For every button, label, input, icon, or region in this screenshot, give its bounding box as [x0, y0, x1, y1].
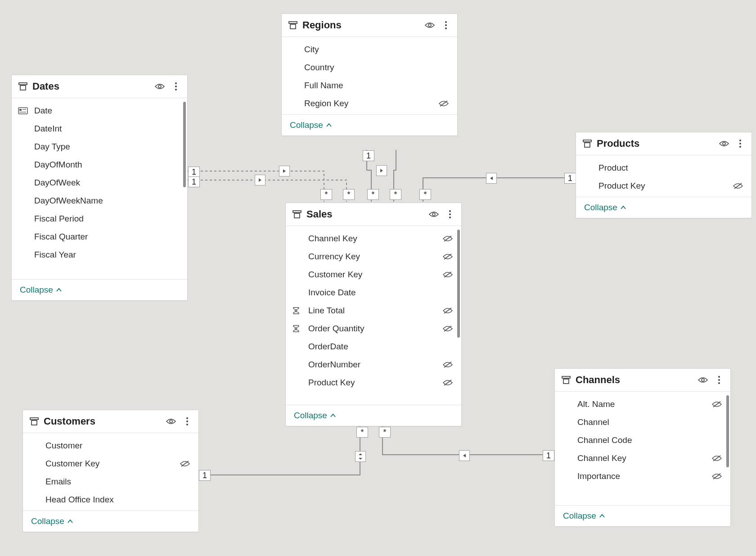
svg-point-3 [445, 21, 447, 23]
table-header[interactable]: Products [576, 132, 752, 155]
table-regions[interactable]: Regions City Country Full Name Region Ke… [281, 14, 458, 136]
field-row[interactable]: DayOfWeek [12, 174, 187, 192]
svg-rect-0 [289, 22, 297, 23]
more-options-icon[interactable] [441, 20, 451, 30]
table-header[interactable]: Dates [12, 75, 187, 98]
table-header[interactable]: Channels [555, 369, 730, 392]
field-row[interactable]: Emails [23, 473, 198, 491]
field-row[interactable]: Alt. Name [555, 395, 730, 413]
more-options-icon[interactable] [735, 139, 745, 149]
more-options-icon[interactable] [182, 416, 192, 426]
more-options-icon[interactable] [171, 81, 181, 91]
visibility-icon[interactable] [166, 416, 176, 426]
collapse-button[interactable]: Collapse [20, 285, 62, 295]
hidden-icon [442, 307, 453, 314]
table-header[interactable]: Customers [23, 410, 198, 433]
field-row[interactable]: Invoice Date [286, 284, 461, 302]
model-canvas[interactable]: 1 * * 1 1 * * 1 * 1 * 1 * Regions City C… [0, 0, 756, 556]
table-header[interactable]: Sales [286, 203, 461, 226]
field-row[interactable]: Region Key [282, 95, 457, 113]
field-row[interactable]: Head Office Index [23, 491, 198, 509]
scrollbar-thumb[interactable] [726, 395, 729, 467]
field-row[interactable]: Day Type [12, 138, 187, 156]
field-row[interactable]: Customer Key [23, 455, 198, 473]
field-row[interactable]: Fiscal Year [12, 246, 187, 264]
cardinality-many: * [379, 427, 391, 438]
table-products[interactable]: Products Product Product Key Collapse [576, 132, 752, 218]
field-row[interactable]: Product Key [286, 374, 461, 392]
table-sales[interactable]: Sales Channel Key Currency Key Customer … [285, 203, 462, 426]
svg-point-26 [432, 213, 435, 216]
field-row[interactable]: Channel Key [555, 449, 730, 467]
card-footer: Collapse [12, 279, 187, 300]
field-row[interactable]: City [282, 41, 457, 59]
hidden-icon [711, 401, 722, 408]
field-row[interactable]: Channel Key [286, 230, 461, 248]
field-row[interactable]: Channel [555, 413, 730, 431]
field-row[interactable]: Date [12, 102, 187, 120]
field-row[interactable]: Country [282, 59, 457, 77]
field-row[interactable]: OrderDate [286, 338, 461, 356]
more-options-icon[interactable] [714, 375, 724, 385]
cardinality-many: * [320, 189, 332, 200]
field-list: Alt. Name Channel Channel Code Channel K… [555, 392, 730, 505]
visibility-icon[interactable] [719, 139, 729, 149]
cardinality-many: * [390, 189, 401, 200]
svg-rect-1 [290, 24, 296, 29]
svg-point-41 [186, 420, 188, 422]
collapse-button[interactable]: Collapse [563, 511, 605, 521]
collapse-button[interactable]: Collapse [294, 411, 336, 420]
table-icon [292, 209, 302, 219]
table-header[interactable]: Regions [282, 14, 457, 37]
field-row[interactable]: Order Quantity [286, 320, 461, 338]
svg-point-47 [718, 376, 720, 378]
hidden-icon [711, 473, 722, 480]
table-channels[interactable]: Channels Alt. Name Channel Channel Code … [554, 368, 731, 527]
visibility-icon[interactable] [425, 20, 435, 30]
collapse-button[interactable]: Collapse [31, 516, 73, 526]
card-footer: Collapse [286, 405, 461, 426]
collapse-button[interactable]: Collapse [584, 203, 626, 212]
field-row[interactable]: Customer [23, 437, 198, 455]
svg-rect-38 [32, 420, 37, 425]
card-footer: Collapse [282, 114, 457, 136]
sigma-icon [292, 307, 305, 315]
sigma-icon [292, 325, 305, 333]
scrollbar-thumb[interactable] [457, 230, 460, 338]
field-row[interactable]: Fiscal Period [12, 210, 187, 228]
visibility-icon[interactable] [698, 375, 708, 385]
field-row[interactable]: DateInt [12, 120, 187, 138]
svg-point-40 [186, 417, 188, 419]
field-row[interactable]: Product [576, 159, 752, 177]
field-row[interactable]: Product Key [576, 177, 752, 195]
cardinality-one: 1 [564, 173, 576, 184]
cardinality-many: * [356, 427, 368, 438]
field-row[interactable]: Customer Key [286, 266, 461, 284]
hidden-icon [442, 271, 453, 278]
collapse-button[interactable]: Collapse [290, 120, 332, 130]
field-row[interactable]: Line Total [286, 302, 461, 320]
field-row[interactable]: Importance [555, 467, 730, 485]
field-row[interactable]: Fiscal Quarter [12, 228, 187, 246]
direction-arrow-icon [459, 450, 470, 461]
svg-point-39 [170, 420, 172, 423]
table-title: Regions [302, 19, 420, 31]
field-row[interactable]: OrderNumber [286, 356, 461, 374]
table-title: Channels [576, 374, 693, 386]
svg-point-19 [723, 142, 725, 145]
table-customers[interactable]: Customers Customer Customer Key Emails H… [22, 410, 199, 532]
svg-point-28 [449, 213, 451, 215]
table-dates[interactable]: Dates Date DateInt Day Type DayOfMonth D… [11, 75, 188, 301]
visibility-icon[interactable] [429, 209, 439, 219]
scrollbar-thumb[interactable] [183, 102, 186, 187]
field-row[interactable]: DayOfMonth [12, 156, 187, 174]
field-row[interactable]: Channel Code [555, 431, 730, 449]
svg-point-2 [428, 24, 431, 27]
svg-rect-8 [20, 86, 26, 90]
field-row[interactable]: Currency Key [286, 248, 461, 266]
more-options-icon[interactable] [445, 209, 455, 219]
visibility-icon[interactable] [155, 81, 165, 91]
card-icon [18, 107, 31, 114]
field-row[interactable]: DayOfWeekName [12, 192, 187, 210]
field-row[interactable]: Full Name [282, 77, 457, 95]
